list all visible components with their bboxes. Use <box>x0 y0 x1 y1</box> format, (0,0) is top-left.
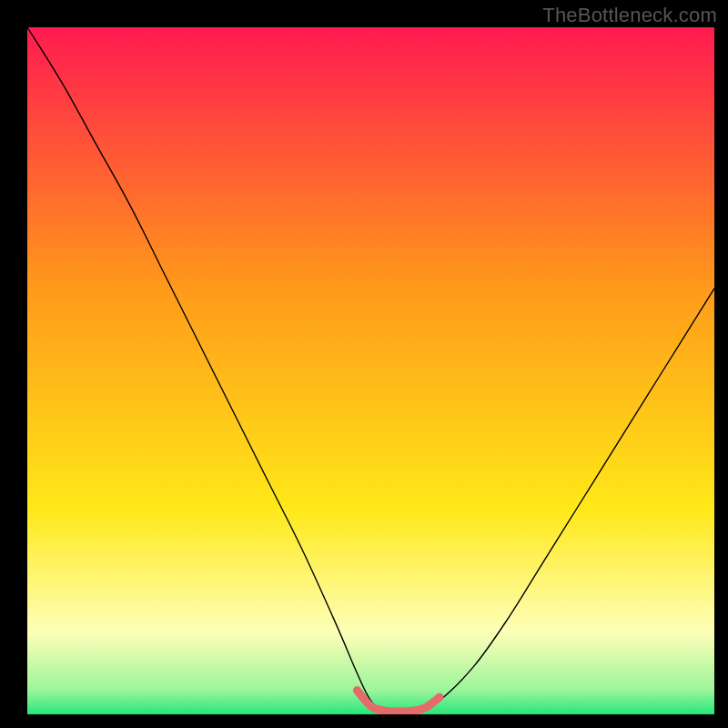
plot-area <box>27 27 714 714</box>
chart-frame: TheBottleneck.com <box>0 0 728 728</box>
highlight-segment <box>357 691 440 712</box>
curve-layer <box>27 27 714 714</box>
bottleneck-curve <box>27 27 714 712</box>
watermark-text: TheBottleneck.com <box>542 4 717 27</box>
